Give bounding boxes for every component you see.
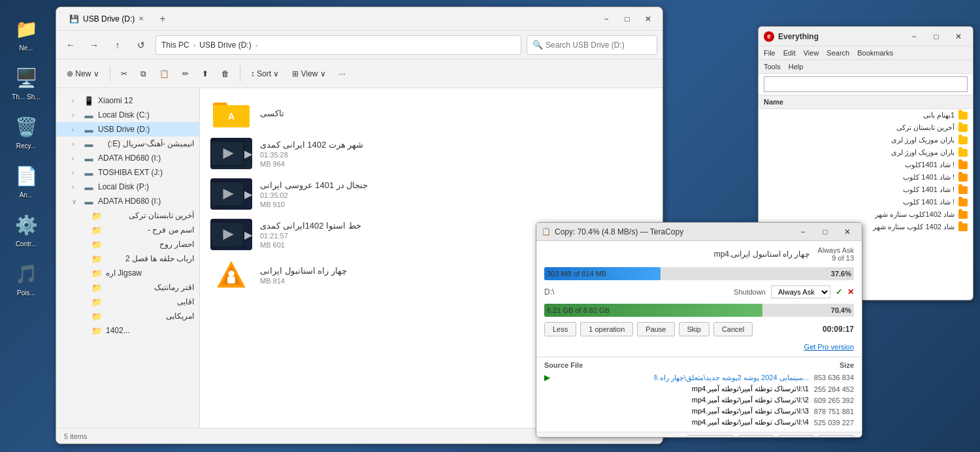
folder-icon-6: [958, 186, 968, 194]
copy-btn[interactable]: ⧉: [135, 67, 152, 81]
tc-max-btn[interactable]: □: [816, 225, 834, 238]
sidebar-item-adatai2[interactable]: ∨ ▬ ADATA HD680 (I:): [56, 194, 199, 208]
sidebar-label-farah: اسم من فرح -: [106, 225, 194, 234]
desktop-icon-contr[interactable]: ⚙️ Contr...: [5, 209, 47, 250]
get-pro-link[interactable]: Get Pro version: [804, 343, 854, 351]
share-btn[interactable]: ⬆: [197, 67, 214, 81]
desktop-icon-recy[interactable]: 🗑️ Recy...: [5, 111, 47, 152]
skip-btn[interactable]: Skip: [679, 322, 710, 336]
tc-min-btn[interactable]: −: [794, 225, 812, 238]
source-file-item-3[interactable]: I:\3\ترسناک توطئه آمیر\توطئه آمیر.mp4 87…: [544, 406, 854, 417]
everything-item-6[interactable]: ! شاد 1401 کلوب: [759, 184, 973, 196]
everything-item-7[interactable]: ! شاد 1401 کلوب: [759, 196, 973, 208]
sidebar-item-amrikai[interactable]: 📁 امریکایی: [56, 309, 199, 323]
everything-item-label-3: باران موزیک اورژ لری: [891, 148, 955, 157]
check-icon[interactable]: ✓: [836, 287, 842, 297]
desktop-icon-ne[interactable]: 📁 Ne...: [5, 13, 47, 54]
everything-item-5[interactable]: ! شاد 1401 کلوب: [759, 171, 973, 184]
menu-search[interactable]: Search: [826, 49, 849, 57]
cancel-btn[interactable]: Cancel: [713, 322, 753, 336]
sidebar-item-anime[interactable]: › ▬ انیمیشن -آهنگ-سریال (E:): [56, 137, 199, 151]
sidebar-item-toshiba[interactable]: › ▬ TOSHIBA EXT (J:): [56, 165, 199, 180]
search-box[interactable]: 🔍: [527, 35, 657, 55]
refresh-btn[interactable]: ↺: [132, 36, 150, 54]
sidebar-item-localp[interactable]: › ▬ Local Disk (P:): [56, 180, 199, 194]
path-usb[interactable]: USB Drive (D:): [199, 40, 251, 50]
file-progress-bar: 303 MB of 814 MB 37.6%: [544, 267, 854, 280]
everything-search-input[interactable]: [764, 76, 968, 92]
verify-btn[interactable]: Verify: [738, 435, 774, 438]
menu-file[interactable]: File: [764, 49, 776, 57]
sidebar-item-summer[interactable]: 📁 آخرین تابستان ترکی: [56, 208, 199, 223]
sidebar-item-romantic[interactable]: 📁 اقتر رمانتیک: [56, 280, 199, 295]
source-size-2: 609 265 392: [814, 396, 854, 404]
menu-view[interactable]: View: [804, 49, 819, 57]
pause-btn[interactable]: Pause: [637, 322, 674, 336]
new-btn[interactable]: ⊕ New ∨: [61, 67, 105, 81]
xclose-icon[interactable]: ✕: [847, 287, 854, 297]
forward-btn[interactable]: →: [85, 36, 103, 54]
everything-item-1[interactable]: آخرین تابستان ترکی: [759, 121, 973, 134]
close-btn[interactable]: ✕: [639, 12, 657, 25]
source-file-item-1[interactable]: I:\1\ترسناک توطئه آمیر\توطئه آمیر.mp4 25…: [544, 383, 854, 395]
menu-tools[interactable]: Tools: [764, 63, 781, 71]
everything-item-2[interactable]: باران موزیک اورژ لری: [759, 134, 973, 146]
everything-item-0[interactable]: 1بهنام بانی: [759, 109, 973, 121]
file-name-chahar: چهار راه استانبول ایرانی: [260, 266, 347, 276]
delete-btn[interactable]: 🗑: [216, 67, 235, 81]
tab-usb-drive[interactable]: 💾 USB Drive (D:) ✕: [61, 10, 152, 28]
sidebar-item-aghayi[interactable]: 📁 اقایی: [56, 295, 199, 309]
less-btn[interactable]: Less: [544, 322, 576, 336]
sidebar-item-rooh[interactable]: 📁 احضار روح: [56, 237, 199, 251]
desktop-icon-th[interactable]: 🖥️ Th... Sh...: [5, 62, 47, 103]
operations-btn[interactable]: 1 operation: [580, 322, 633, 336]
desktop-icon-pois[interactable]: 🎵 Pois...: [5, 258, 47, 299]
menu-edit[interactable]: Edit: [783, 49, 796, 57]
up-btn[interactable]: ↑: [108, 36, 127, 54]
tab-close-btn[interactable]: ✕: [139, 15, 144, 22]
file-item-shahre[interactable]: شهر هرت 1402 ایرانی کمدی 01:35:28 964 MB: [205, 134, 657, 173]
sidebar-item-jigsaw[interactable]: 📁 اره Jigsaw: [56, 266, 199, 280]
sidebar-item-1402[interactable]: 📁 1402...: [56, 323, 199, 338]
tc-close-btn[interactable]: ✕: [838, 225, 857, 238]
everything-item-3[interactable]: باران موزیک اورژ لری: [759, 146, 973, 159]
everything-search[interactable]: [759, 74, 973, 95]
sidebar-item-farah[interactable]: 📁 اسم من فرح -: [56, 223, 199, 237]
view-btn[interactable]: ⊞ View ∨: [287, 67, 331, 81]
sidebar-item-adatai[interactable]: › ▬ ADATA HD680 (I:): [56, 151, 199, 165]
everything-item-8[interactable]: شاد 1402کلوب ستاره شهر: [759, 208, 973, 221]
sort-btn[interactable]: ↕ Sort ∨: [246, 67, 285, 81]
more-btn[interactable]: ···: [334, 67, 351, 81]
file-item-janjal[interactable]: جنجال در 1401 عروسی ایرانی 01:35:02 910 …: [205, 174, 657, 214]
everything-item-4[interactable]: ! شاد 1401کلوب: [759, 159, 973, 171]
source-file-item-0[interactable]: ▶ ...سینمایی 2024 پوشه 2پوشه جدید\متعلق\…: [544, 372, 854, 383]
desktop-icon-an[interactable]: 📄 An...: [5, 160, 47, 201]
search-input[interactable]: [546, 40, 651, 50]
delete-btn[interactable]: Delete: [777, 435, 815, 438]
everything-close-btn[interactable]: ✕: [949, 30, 968, 43]
menu-help[interactable]: Help: [789, 63, 804, 71]
source-file-item-2[interactable]: I:\2\ترسناک توطئه آمیر\توطئه آمیر.mp4 60…: [544, 395, 854, 406]
source-file-item-4[interactable]: I:\4\ترسناک توطئه آمیر\توطئه آمیر.mp4 52…: [544, 417, 854, 428]
sidebar-label-arbab: ارباب حلقه ها فصل 2: [106, 254, 194, 263]
sidebar-item-localc[interactable]: › ▬ Local Disk (C:): [56, 108, 199, 122]
maximize-btn[interactable]: □: [618, 12, 636, 25]
address-path[interactable]: This PC › USB Drive (D:) ›: [155, 35, 521, 55]
file-item-taksi[interactable]: A تاکسی: [205, 93, 657, 133]
sidebar-item-xiaomi[interactable]: › 📱 Xiaomi 12: [56, 93, 199, 108]
minimize-btn[interactable]: −: [597, 12, 615, 25]
cut-btn[interactable]: ✂: [116, 67, 133, 81]
back-btn[interactable]: ←: [61, 36, 80, 54]
always-ask-dropdown[interactable]: Always Ask: [771, 285, 830, 299]
path-this-pc[interactable]: This PC: [161, 40, 189, 50]
sidebar-item-usbd[interactable]: › ▬ USB Drive (D:): [56, 122, 199, 137]
everything-min-btn[interactable]: −: [905, 30, 923, 43]
rename-btn[interactable]: ✏: [177, 67, 194, 81]
menu-bookmarks[interactable]: Bookmarks: [857, 49, 893, 57]
cleanup-btn[interactable]: Clean Up: [687, 435, 734, 438]
everything-max-btn[interactable]: □: [927, 30, 945, 43]
sidebar-item-arbab[interactable]: 📁 ارباب حلقه ها فصل 2: [56, 251, 199, 266]
paste-btn[interactable]: 📋: [154, 67, 174, 81]
new-tab-btn[interactable]: +: [155, 12, 169, 26]
menu-btn[interactable]: Menu: [819, 435, 854, 438]
